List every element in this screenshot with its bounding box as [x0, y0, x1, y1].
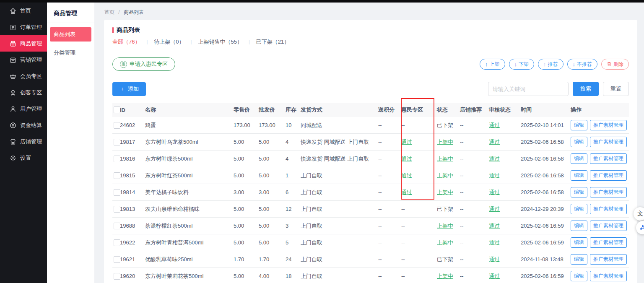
audit-pass-link[interactable]: 通过 [489, 172, 500, 179]
main-content: 首页 / 商品列表 商品列表 全部（76） | 待上架（0） | 上架销售中（5… [94, 3, 644, 283]
cell-delivery: 上门自取 [301, 251, 378, 268]
reset-button[interactable]: 重置 [603, 82, 629, 96]
bulk-unrecommend-button[interactable]: ↓ 不推荐 [567, 59, 598, 70]
sidebar-item-users[interactable]: 用户管理 [0, 101, 47, 117]
huimin-pass-link[interactable]: 通过 [401, 139, 412, 145]
sidebar-item-shop[interactable]: 店铺管理 [0, 133, 47, 150]
row-checkbox[interactable] [114, 256, 120, 263]
submenu-item-product-list[interactable]: 商品列表 [50, 27, 91, 42]
bulk-on-shelf-button[interactable]: ↑ 上架 [480, 59, 505, 70]
cell-delivery: 上门自取 [301, 268, 378, 283]
bulk-delete-button[interactable]: 删除 [601, 59, 629, 70]
select-all-checkbox[interactable] [114, 106, 120, 113]
cell-retail-price: 5.00 [234, 134, 259, 151]
promo-material-button[interactable]: 推广素材管理 [590, 170, 627, 181]
cell-id: 24602 [120, 117, 145, 134]
status-on-sale-link[interactable]: 上架中 [437, 239, 453, 246]
edit-button[interactable]: 编辑 [571, 221, 587, 231]
bulk-off-shelf-button[interactable]: ↓ 下架 [509, 59, 535, 70]
add-product-button[interactable]: ＋ 添加 [112, 82, 146, 96]
edit-button[interactable]: 编辑 [571, 137, 587, 147]
promo-material-button[interactable]: 推广素材管理 [590, 254, 627, 265]
audit-pass-link[interactable]: 通过 [489, 139, 500, 145]
cell-name: 鸡蛋 [145, 117, 234, 134]
row-checkbox[interactable] [114, 156, 120, 162]
edit-button[interactable]: 编辑 [571, 170, 587, 181]
edit-button[interactable]: 编辑 [571, 153, 587, 164]
huimin-badge-icon: 惠 [120, 61, 127, 68]
promo-material-button[interactable]: 推广素材管理 [590, 237, 627, 248]
promo-material-button[interactable]: 推广素材管理 [590, 204, 627, 214]
sidebar-item-member-zone[interactable]: 会员专区 [0, 68, 47, 84]
sidebar-item-funds[interactable]: 资金结算 [0, 117, 47, 133]
cell-delivery: 快递发货 同城配送 上门自取 [301, 151, 378, 167]
row-checkbox[interactable] [114, 239, 120, 246]
row-checkbox[interactable] [114, 223, 120, 229]
sidebar-item-maker-zone[interactable]: 创客专区 [0, 84, 47, 101]
promo-material-button[interactable]: 推广素材管理 [590, 221, 627, 231]
row-checkbox[interactable] [114, 273, 120, 280]
audit-pass-link[interactable]: 通过 [489, 122, 500, 128]
table-header-row: ID 名称 零售价 批发价 库存 发货方式 送积分 惠民专区 状态 店铺推荐 审… [112, 103, 629, 117]
promo-material-button[interactable]: 推广素材管理 [590, 153, 627, 164]
row-checkbox[interactable] [114, 139, 120, 145]
sidebar-item-goods[interactable]: 商品管理 [0, 35, 47, 52]
row-checkbox[interactable] [114, 172, 120, 179]
huimin-pass-link[interactable]: 通过 [401, 156, 412, 162]
status-on-sale-link[interactable]: 上架中 [437, 273, 453, 279]
huimin-pass-link[interactable]: 通过 [401, 189, 412, 195]
edit-button[interactable]: 编辑 [571, 237, 587, 248]
status-tabs: 全部（76） | 待上架（0） | 上架销售中（55） | 已下架（21） [112, 38, 629, 46]
sidebar-item-settings[interactable]: 设置 [0, 150, 47, 166]
bulk-recommend-button[interactable]: ↑ 推荐 [538, 59, 564, 70]
cell-huimin-zone: -- [401, 201, 437, 218]
audit-pass-link[interactable]: 通过 [489, 239, 500, 246]
keyword-search-input[interactable] [488, 82, 569, 96]
status-on-sale-link[interactable]: 上架中 [437, 139, 453, 145]
crown-icon [10, 73, 16, 80]
tab-off-shelf[interactable]: 已下架（21） [256, 38, 289, 46]
cell-shop-recommend: -- [460, 251, 489, 268]
sidebar-item-marketing[interactable]: 营销管理 [0, 52, 47, 68]
status-on-sale-link[interactable]: 上架中 [437, 156, 453, 162]
status-on-sale-link[interactable]: 上架中 [437, 189, 453, 195]
cell-wholesale-price: 4.00 [259, 268, 286, 283]
promo-material-button[interactable]: 推广素材管理 [590, 271, 627, 281]
edit-button[interactable]: 编辑 [571, 254, 587, 265]
edit-button[interactable]: 编辑 [571, 120, 587, 130]
tab-all[interactable]: 全部（76） [112, 38, 140, 46]
breadcrumb-home[interactable]: 首页 [104, 9, 114, 15]
cell-delivery: 上门自取 [301, 184, 378, 201]
audit-pass-link[interactable]: 通过 [489, 223, 500, 229]
audit-pass-link[interactable]: 通过 [489, 256, 500, 262]
sidebar-item-home[interactable]: 首页 [0, 3, 47, 19]
edit-button[interactable]: 编辑 [571, 187, 587, 197]
tab-on-sale[interactable]: 上架销售中（55） [198, 38, 242, 46]
huimin-pass-link[interactable]: 通过 [401, 172, 412, 179]
edit-button[interactable]: 编辑 [571, 271, 587, 281]
sidebar-item-orders[interactable]: 订单管理 [0, 19, 47, 35]
row-checkbox[interactable] [114, 122, 120, 129]
status-on-sale-link[interactable]: 上架中 [437, 223, 453, 229]
row-checkbox[interactable] [114, 206, 120, 213]
search-button[interactable]: 搜索 [573, 82, 599, 96]
audit-pass-link[interactable]: 通过 [489, 189, 500, 195]
apply-huimin-button[interactable]: 惠 申请入惠民专区 [112, 57, 175, 71]
status-on-sale-link[interactable]: 上架中 [437, 172, 453, 179]
promo-material-button[interactable]: 推广素材管理 [590, 137, 627, 147]
tab-pending[interactable]: 待上架（0） [154, 38, 184, 46]
cell-huimin-zone: -- [401, 218, 437, 234]
col-shop-recommend: 店铺推荐 [460, 103, 489, 117]
promo-material-button[interactable]: 推广素材管理 [590, 187, 627, 197]
row-checkbox[interactable] [114, 189, 120, 196]
edit-button[interactable]: 编辑 [571, 204, 587, 214]
promo-material-button[interactable]: 推广素材管理 [590, 120, 627, 130]
audit-pass-link[interactable]: 通过 [489, 206, 500, 212]
col-delivery: 发货方式 [301, 103, 378, 117]
cell-stock: 5 [286, 234, 301, 251]
audit-pass-link[interactable]: 通过 [489, 156, 500, 162]
cell-id: 19620 [120, 268, 145, 283]
submenu-item-category[interactable]: 分类管理 [50, 46, 91, 60]
translate-float-button[interactable]: 文 [634, 207, 644, 221]
audit-pass-link[interactable]: 通过 [489, 273, 500, 279]
